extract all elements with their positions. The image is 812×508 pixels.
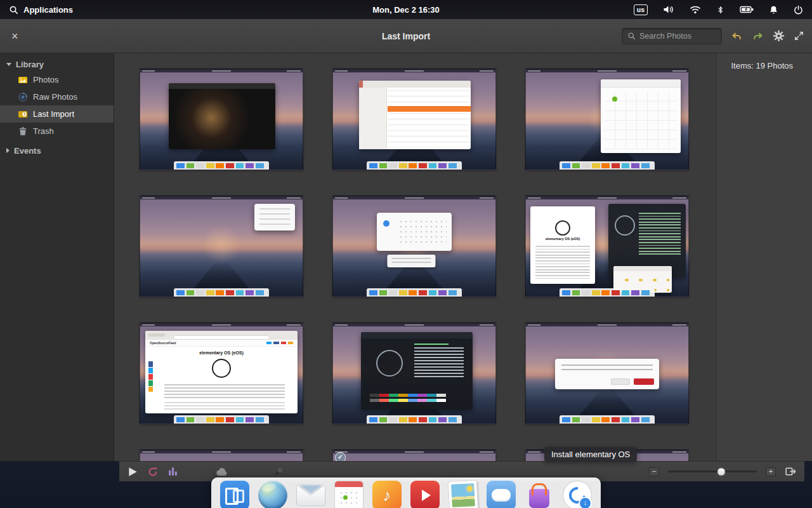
mini-dock	[174, 415, 269, 424]
zoom-in-button[interactable]: +	[766, 467, 776, 476]
photo-thumbnail[interactable]: elementary OS (eOS)	[525, 196, 689, 297]
photo-thumbnail[interactable]	[140, 196, 303, 297]
power-icon	[794, 5, 803, 15]
photo-thumbnail[interactable]	[525, 323, 689, 424]
dock-icon-photos[interactable]	[448, 480, 478, 508]
mini-popup-window	[254, 204, 295, 231]
photo-thumbnail[interactable]	[332, 323, 496, 424]
undo-icon	[731, 30, 743, 41]
redo-button[interactable]	[752, 30, 764, 41]
mini-decoration	[164, 402, 285, 411]
dock-icon-music[interactable]	[372, 481, 402, 508]
bell-icon	[769, 5, 778, 15]
enhance-button[interactable]	[167, 466, 178, 477]
keyboard-layout-indicator[interactable]: us	[634, 4, 648, 15]
photo-thumbnail[interactable]	[525, 69, 689, 170]
power-indicator[interactable]	[794, 5, 803, 15]
export-icon	[785, 466, 797, 477]
photo-thumbnail[interactable]: OpenSourceFeed elementary OS (eOS)	[140, 323, 303, 424]
dock-icon-videos[interactable]	[410, 481, 440, 508]
mini-article-window: elementary OS (eOS)	[530, 206, 595, 284]
mini-browser-chrome	[145, 331, 298, 340]
dock-icon-multitasking[interactable]	[220, 481, 249, 508]
photo-grid: elementary OS (eOS) OpenSourceFeed eleme…	[140, 69, 689, 461]
rotate-button[interactable]	[147, 466, 159, 478]
dock-icon-screenshot[interactable]	[487, 481, 516, 508]
wifi-icon	[690, 5, 701, 14]
cloud-icon	[215, 467, 229, 476]
mini-dock	[560, 161, 655, 170]
mini-decoration	[388, 106, 471, 112]
sidebar-item-label: Trash	[33, 126, 54, 136]
mini-browser-window: OpenSourceFeed elementary OS (eOS)	[145, 331, 298, 413]
top-panel: Applications Mon, Dec 2 16:30 us	[0, 0, 812, 19]
sidebar-item-raw-photos[interactable]: Raw Photos	[0, 88, 114, 105]
library-section-header[interactable]: Library	[0, 57, 114, 71]
library-label: Library	[16, 60, 44, 69]
mini-dock	[367, 161, 462, 170]
mini-top-panel	[526, 196, 688, 199]
mini-tooltip	[387, 255, 435, 267]
dock-icon-appcenter[interactable]	[525, 481, 554, 508]
mini-decoration	[359, 88, 387, 149]
publish-button[interactable]	[215, 467, 229, 476]
mini-dock	[367, 415, 462, 424]
sidebar-item-last-import[interactable]: Last Import	[0, 105, 114, 123]
mini-terminal-window	[361, 332, 473, 410]
pin-icon	[273, 467, 284, 477]
sidebar-item-label: Last Import	[33, 109, 74, 119]
fullscreen-button[interactable]	[794, 30, 804, 41]
photo-thumbnail[interactable]	[332, 69, 496, 170]
mini-decoration	[266, 342, 293, 345]
sidebar-item-photos[interactable]: Photos	[0, 71, 114, 88]
redo-icon	[752, 30, 764, 41]
photos-icon	[18, 75, 28, 85]
dock-icon-calendar[interactable]	[334, 481, 363, 508]
sidebar-item-label: Photos	[33, 75, 58, 84]
mini-top-panel	[526, 323, 688, 326]
mini-decoration	[370, 394, 446, 397]
mini-calendar-window	[601, 79, 681, 153]
mini-decoration	[388, 90, 469, 147]
last-import-icon	[18, 109, 28, 119]
mini-dock	[367, 288, 462, 297]
search-input[interactable]	[639, 32, 714, 41]
slideshow-button[interactable]	[127, 466, 138, 478]
zoom-slider-handle[interactable]	[717, 467, 726, 476]
mini-eos-logo	[376, 350, 403, 377]
dock-icon-mail[interactable]	[296, 485, 325, 506]
events-section-header[interactable]: Events	[0, 144, 114, 157]
mini-eos-logo	[212, 359, 231, 378]
straighten-button[interactable]	[273, 467, 284, 477]
dock-icon-install-elementary-os[interactable]	[563, 481, 592, 508]
photo-thumbnail[interactable]	[332, 196, 496, 297]
wifi-indicator[interactable]	[690, 5, 701, 14]
mini-decoration	[414, 347, 464, 379]
sidebar-item-trash[interactable]: Trash	[0, 123, 114, 140]
gear-icon	[773, 30, 785, 42]
mini-decoration	[414, 344, 449, 345]
photo-thumbnail[interactable]	[140, 69, 303, 170]
mini-headline: elementary OS (eOS)	[145, 351, 298, 355]
mini-site-header: OpenSourceFeed	[145, 340, 298, 347]
zoom-out-button[interactable]: −	[649, 467, 659, 476]
dock-icon-web-browser[interactable]	[258, 481, 287, 508]
sound-indicator[interactable]	[663, 5, 674, 14]
search-photos-field[interactable]	[622, 28, 722, 44]
mini-top-panel	[333, 450, 495, 453]
adjustments-icon	[167, 466, 178, 477]
library-sidebar: Library Photos Raw Photos Las	[0, 53, 114, 461]
zoom-slider[interactable]	[668, 471, 757, 472]
notifications-indicator[interactable]	[769, 5, 778, 15]
settings-button[interactable]	[773, 30, 785, 42]
photo-thumbnail[interactable]	[332, 450, 496, 461]
undo-button[interactable]	[731, 30, 743, 41]
mini-decoration	[634, 378, 654, 385]
photo-thumbnail[interactable]	[140, 450, 303, 461]
battery-indicator[interactable]	[740, 6, 754, 13]
bluetooth-indicator[interactable]	[716, 5, 724, 15]
photo-grid-area: Items: 19 Photos	[114, 53, 812, 461]
items-count-label: Items: 19 Photos	[731, 61, 793, 70]
export-button[interactable]	[785, 466, 797, 477]
close-button[interactable]: ×	[8, 29, 22, 43]
